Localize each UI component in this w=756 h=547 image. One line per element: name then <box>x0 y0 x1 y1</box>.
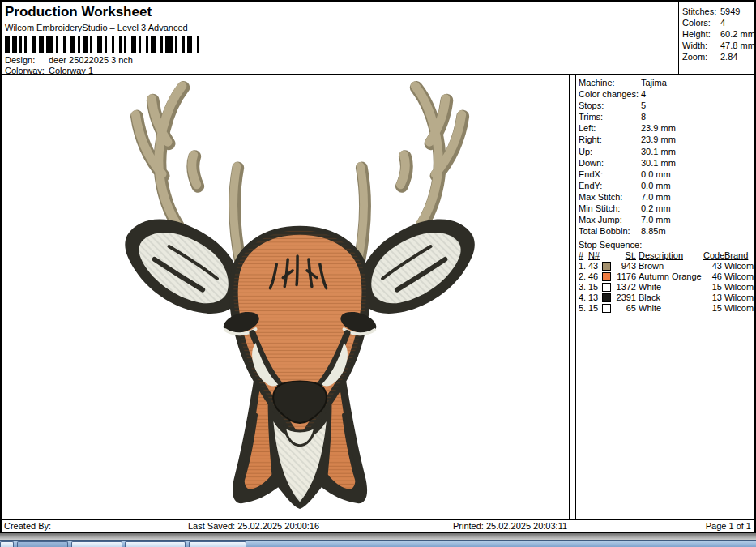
page-number: Page 1 of 1 <box>706 521 751 531</box>
stat-zoom: Zoom:2.84 <box>682 51 754 62</box>
thread-color-swatch <box>602 283 611 292</box>
info-row: Total Bobbin:8.85m <box>579 225 754 237</box>
window-edge-strip <box>0 533 756 540</box>
info-row: Left:23.9 mm <box>579 122 754 134</box>
stat-colors: Colors:4 <box>682 17 754 28</box>
taskbar-button[interactable] <box>125 541 186 547</box>
thread-row: 2. 46 1176 Autumn Orange 46 Wilcom <box>579 271 754 282</box>
info-row: Machine:Tajima <box>579 77 754 88</box>
stat-width: Width:47.8 mm <box>682 40 754 51</box>
info-panel: Machine:Tajima Color changes:4 Stops:5 T… <box>575 75 754 519</box>
info-row: Trims:8 <box>579 111 754 122</box>
taskbar-button[interactable] <box>0 541 14 547</box>
info-row: Right:23.9 mm <box>579 134 754 145</box>
info-row: Down:30.1 mm <box>579 157 754 169</box>
thread-row: 3. 15 1372 White 15 Wilcom <box>579 282 754 293</box>
empty-panel-area <box>576 314 754 519</box>
design-value: deer 25022025 3 nch <box>49 55 133 65</box>
printed-text: Printed: 25.02.2025 20:03:11 <box>453 521 567 531</box>
last-saved-text: Last Saved: 25.02.2025 20:00:16 <box>188 521 319 531</box>
taskbar-button-active[interactable] <box>17 541 68 547</box>
design-label: Design: <box>5 55 49 66</box>
info-row: Stops:5 <box>579 100 754 111</box>
header-band: Production Worksheet Wilcom EmbroiderySt… <box>2 2 754 75</box>
thread-color-swatch <box>602 293 611 302</box>
thread-color-swatch <box>602 262 611 271</box>
wilcom-production-worksheet-screen: { "header": { "title": "Production Works… <box>0 0 756 547</box>
info-row: Min Stitch:0.2 mm <box>579 203 754 214</box>
design-preview <box>2 75 570 519</box>
main-row: Machine:Tajima Color changes:4 Stops:5 T… <box>2 75 754 519</box>
info-row: EndY:0.0 mm <box>579 180 754 191</box>
thread-color-swatch <box>602 304 611 313</box>
taskbar-button[interactable] <box>189 541 246 547</box>
info-row: Max Jump:7.0 mm <box>579 214 754 225</box>
thread-row: 1. 43 943 Brown 43 Wilcom <box>579 261 754 271</box>
taskbar-button[interactable] <box>71 541 122 547</box>
software-subtitle: Wilcom EmbroideryStudio – Level 3 Advanc… <box>5 23 678 32</box>
header-left: Production Worksheet Wilcom EmbroiderySt… <box>2 2 678 74</box>
stop-sequence-box: Stop Sequence: # N# St. Description Code… <box>576 237 754 314</box>
stop-sequence-title: Stop Sequence: <box>579 239 754 250</box>
taskbar-strip <box>0 540 756 547</box>
thread-color-swatch <box>602 272 611 281</box>
stat-stitches: Stitches:5949 <box>682 6 754 17</box>
thread-row: 4. 13 2391 Black 13 Wilcom <box>579 293 754 303</box>
info-row: Up:30.1 mm <box>579 146 754 157</box>
info-row: Max Stitch:7.0 mm <box>579 191 754 203</box>
footer-bar: Created By: Last Saved: 25.02.2025 20:00… <box>2 519 754 532</box>
created-by-label: Created By: <box>4 521 51 531</box>
stat-height: Height:60.2 mm <box>682 28 754 40</box>
info-row: EndX:0.0 mm <box>579 169 754 180</box>
thread-row: 5. 15 65 White 15 Wilcom <box>579 303 754 314</box>
production-worksheet-page: Production Worksheet Wilcom EmbroiderySt… <box>0 0 756 533</box>
design-stats-box: Stitches:5949 Colors:4 Height:60.2 mm Wi… <box>678 2 754 74</box>
design-row: Design:deer 25022025 3 nch <box>5 55 678 66</box>
deer-embroidery-svg <box>117 78 491 515</box>
machine-info-box: Machine:Tajima Color changes:4 Stops:5 T… <box>576 75 754 237</box>
stop-sequence-header: # N# St. Description Code Brand <box>579 250 754 261</box>
barcode <box>5 36 678 53</box>
page-title: Production Worksheet <box>5 4 678 20</box>
info-row: Color changes:4 <box>579 88 754 100</box>
